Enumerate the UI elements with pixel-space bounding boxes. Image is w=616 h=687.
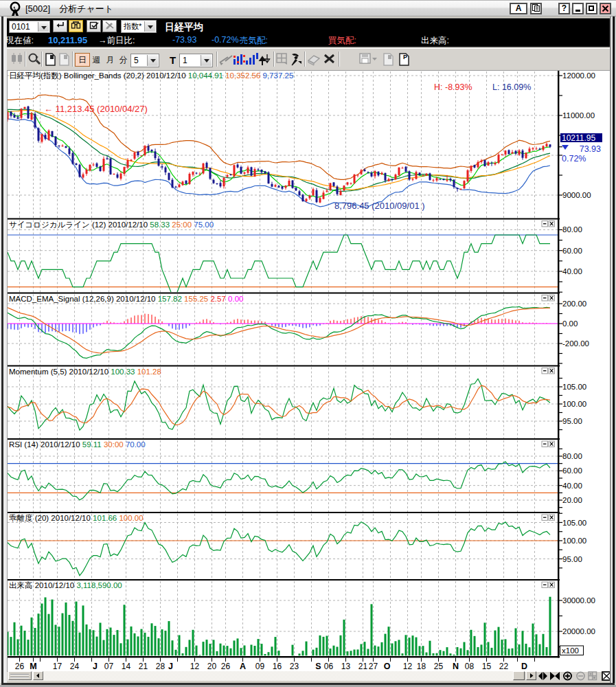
svg-text:x100: x100 <box>562 646 579 655</box>
svg-text:40.00: 40.00 <box>562 267 582 275</box>
svg-text:200.00: 200.00 <box>562 300 586 308</box>
svg-text:95.00: 95.00 <box>562 555 582 563</box>
svg-text:12: 12 <box>403 662 413 671</box>
svg-text:60.00: 60.00 <box>562 247 582 255</box>
svg-text:N: N <box>453 662 459 671</box>
svg-text:73.93: 73.93 <box>580 144 601 154</box>
svg-text:J: J <box>93 662 98 671</box>
svg-text:26: 26 <box>221 662 231 671</box>
svg-text:07: 07 <box>104 662 114 671</box>
svg-text:100.00: 100.00 <box>562 400 586 408</box>
svg-text:21: 21 <box>139 662 148 671</box>
svg-text:Momentum (5,5) 2010/12/10 100.: Momentum (5,5) 2010/12/10 100.33 101.28 <box>9 368 161 376</box>
svg-text:09: 09 <box>255 662 265 671</box>
svg-text:18: 18 <box>417 662 426 671</box>
svg-text:8,796.45 (2010/09/01 ): 8,796.45 (2010/09/01 ) <box>334 201 425 211</box>
svg-text:J: J <box>168 662 173 671</box>
svg-text:M: M <box>30 662 36 671</box>
svg-text:80.00: 80.00 <box>562 225 582 234</box>
svg-text:20000.00: 20000.00 <box>562 627 595 635</box>
svg-text:乖離度 (20) 2010/12/10 101.66 100: 乖離度 (20) 2010/12/10 101.66 100.00 <box>9 514 144 522</box>
svg-text:105.00: 105.00 <box>562 383 586 391</box>
svg-text:12: 12 <box>190 662 200 671</box>
svg-text:12000.00: 12000.00 <box>562 71 595 80</box>
svg-text:24: 24 <box>70 662 80 671</box>
svg-text:60.00: 60.00 <box>562 466 582 475</box>
svg-text:← 11,213.45 (2010/04/27): ← 11,213.45 (2010/04/27) <box>44 104 148 114</box>
svg-text:H: -8.93%: H: -8.93% <box>434 82 472 92</box>
svg-text:13: 13 <box>341 662 351 671</box>
svg-text:D: D <box>521 662 527 671</box>
svg-text:0.72%: 0.72% <box>562 154 586 164</box>
svg-text:27: 27 <box>369 662 378 671</box>
svg-text:20: 20 <box>207 662 217 671</box>
svg-text:15: 15 <box>482 662 492 671</box>
svg-text:95.00: 95.00 <box>562 417 582 425</box>
svg-text:23: 23 <box>290 662 299 671</box>
svg-text:100.00: 100.00 <box>562 537 586 545</box>
svg-text:21: 21 <box>358 662 368 671</box>
svg-text:0.00: 0.00 <box>562 319 578 328</box>
svg-text:20.00: 20.00 <box>562 496 582 504</box>
svg-text:80.00: 80.00 <box>562 452 582 460</box>
svg-text:14: 14 <box>122 662 131 671</box>
svg-text:25: 25 <box>434 662 444 671</box>
svg-text:16: 16 <box>273 662 282 671</box>
svg-text:日経平均(指数) Bollinger_Bands (20,2: 日経平均(指数) Bollinger_Bands (20,2) 2010/12/… <box>9 71 293 80</box>
svg-text:105.00: 105.00 <box>562 519 586 527</box>
svg-text:MACD_EMA_Signal (12,26,9) 2010: MACD_EMA_Signal (12,26,9) 2010/12/10 157… <box>9 295 243 303</box>
svg-text:11000.00: 11000.00 <box>562 111 595 120</box>
svg-text:L: 16.09%: L: 16.09% <box>492 82 531 92</box>
svg-text:26: 26 <box>15 662 25 671</box>
svg-text:17: 17 <box>53 662 62 671</box>
svg-text:出来高 2010/12/10 3,118,590.00: 出来高 2010/12/10 3,118,590.00 <box>9 581 122 589</box>
svg-text:08: 08 <box>465 662 475 671</box>
svg-text:A: A <box>240 662 246 671</box>
svg-text:-200.00: -200.00 <box>562 339 589 348</box>
svg-text:9000.00: 9000.00 <box>562 191 591 199</box>
svg-text:S: S <box>315 662 321 671</box>
svg-text:22: 22 <box>499 662 509 671</box>
svg-text:06: 06 <box>324 662 334 671</box>
svg-text:サイコロジカルライン (12) 2010/12/10 58.: サイコロジカルライン (12) 2010/12/10 58.33 25:00 7… <box>9 221 214 229</box>
svg-text:10211.95: 10211.95 <box>562 133 595 143</box>
svg-text:RSI (14) 2010/12/10 59.11 30:0: RSI (14) 2010/12/10 59.11 30:00 70.00 <box>9 440 146 449</box>
svg-text:30000.00: 30000.00 <box>562 596 595 605</box>
svg-text:40.00: 40.00 <box>562 482 582 490</box>
svg-text:28: 28 <box>156 662 166 671</box>
svg-text:O: O <box>384 662 391 671</box>
